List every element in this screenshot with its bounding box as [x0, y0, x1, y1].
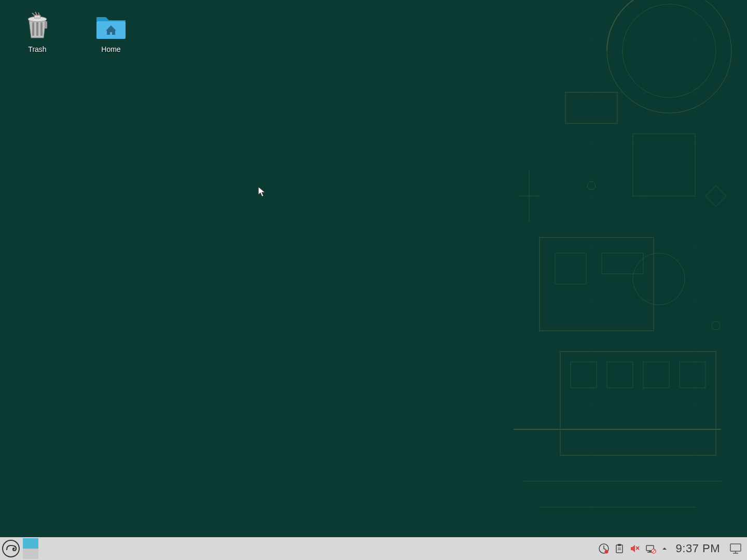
svg-point-14	[622, 4, 716, 97]
svg-rect-23	[607, 362, 633, 388]
svg-rect-25	[680, 362, 706, 388]
mouse-cursor	[257, 186, 268, 198]
svg-rect-38	[45, 21, 47, 29]
svg-rect-18	[555, 253, 586, 284]
svg-point-29	[587, 181, 596, 190]
tray-expand-arrow[interactable]	[659, 542, 670, 555]
taskbar: 9:37 PM	[0, 537, 747, 560]
home-folder-icon	[94, 9, 128, 42]
svg-point-44	[604, 550, 608, 554]
svg-rect-34	[36, 22, 38, 36]
workspace-2[interactable]	[23, 549, 38, 559]
svg-rect-17	[540, 237, 654, 331]
svg-rect-56	[730, 544, 741, 551]
icon-label: Home	[101, 45, 120, 53]
svg-rect-16	[633, 134, 695, 196]
svg-rect-52	[649, 551, 651, 552]
trash-icon	[21, 9, 54, 42]
svg-rect-35	[40, 22, 43, 36]
svg-rect-22	[571, 362, 597, 388]
svg-point-13	[607, 0, 731, 113]
svg-rect-33	[32, 22, 34, 36]
icon-label: Trash	[28, 45, 46, 53]
desktop[interactable]: Trash Home	[0, 0, 747, 537]
svg-rect-45	[616, 545, 622, 553]
workspace-1[interactable]	[23, 538, 38, 549]
volume-muted-tray-icon[interactable]	[628, 542, 642, 555]
network-disconnected-tray-icon[interactable]	[644, 542, 657, 555]
desktop-icon-home[interactable]: Home	[80, 6, 142, 56]
svg-point-20	[633, 253, 685, 305]
clock[interactable]: 9:37 PM	[672, 542, 724, 555]
wallpaper-blueprint-pattern	[488, 0, 747, 537]
clipboard-tray-icon[interactable]	[613, 542, 626, 555]
workspace-pager[interactable]	[23, 538, 38, 559]
svg-rect-15	[565, 92, 617, 123]
svg-rect-24	[643, 362, 669, 388]
updates-tray-icon[interactable]	[597, 542, 611, 555]
opensuse-logo-icon	[2, 539, 20, 558]
show-desktop-button[interactable]	[728, 541, 743, 556]
svg-point-42	[13, 548, 15, 550]
application-launcher[interactable]	[0, 538, 22, 559]
desktop-icon-trash[interactable]: Trash	[6, 6, 68, 56]
svg-rect-21	[560, 352, 716, 455]
svg-rect-19	[602, 253, 643, 274]
system-tray: 9:37 PM	[597, 537, 747, 560]
taskbar-left	[0, 537, 38, 560]
svg-rect-46	[618, 544, 621, 546]
svg-point-30	[712, 321, 720, 330]
